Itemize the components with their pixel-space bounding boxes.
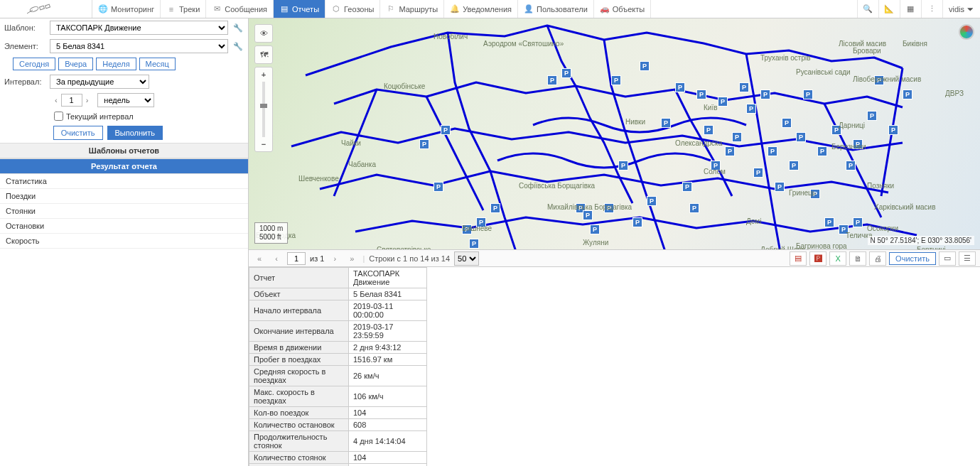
user-menu[interactable]: vidis ⏷ [942,0,980,18]
interval-increment[interactable]: › [84,96,91,104]
stat-key: Кол-во поездок [249,406,349,418]
nav-users[interactable]: 👤Пользователи [518,0,594,18]
routes-icon: ⚐ [386,4,396,14]
result-list: СтатистикаПоездкиСтоянкиОстановкиСкорост… [0,174,248,249]
result-item[interactable]: Остановки [0,219,248,234]
export-pdf-icon[interactable]: 🅿 [809,251,826,266]
apps-icon[interactable]: ▦ [900,0,921,18]
parking-marker-icon: P [476,217,486,227]
interval-type-select[interactable]: За предыдущие [50,75,149,89]
stat-value: 5 Белая 8341 [349,288,427,300]
table-row: Пробег в поездках1516.97 км [249,353,427,365]
parking-marker-icon: P [796,132,806,142]
parking-marker-icon: P [704,125,714,135]
parking-marker-icon: P [732,132,742,142]
parking-marker-icon: P [618,161,628,170]
stat-key: Окончание интервала [249,320,349,341]
current-interval-label: Текущий интервал [66,112,134,121]
map-toggle-icon[interactable]: ▭ [939,251,956,266]
interval-count-input[interactable] [61,94,82,107]
parking-marker-icon: P [547,75,557,85]
parking-marker-icon: P [434,182,443,192]
export-file-icon[interactable]: 🗎 [849,251,866,266]
parking-marker-icon: P [490,203,500,213]
stat-key: Макс. скорость в поездках [249,386,349,406]
period-buttons: СегодняВчераНеделяМесяц [0,55,248,72]
report-clear-button[interactable]: Очистить [889,252,936,265]
templates-section-head[interactable]: Шаблоны отчетов [0,143,248,158]
nav-reports[interactable]: ▤Отчеты [274,0,325,18]
stat-key: Начало интервала [249,300,349,320]
stat-value: ТАКСОПАРК Движение [349,267,427,288]
period-Месяц[interactable]: Месяц [139,58,176,70]
route-tracks [249,18,980,250]
page-prev-button[interactable]: ‹ [270,252,283,265]
list-toggle-icon[interactable]: ☰ [959,251,976,266]
period-Неделя[interactable]: Неделя [96,58,136,70]
zoom-out-button[interactable]: − [262,140,266,148]
export-excel-icon[interactable]: X [829,251,846,266]
page-input[interactable] [287,252,306,265]
logo [0,0,92,18]
nav-tracks[interactable]: ≡Треки [161,0,206,18]
template-settings-icon[interactable]: 🔧 [232,23,244,33]
parking-marker-icon: P [419,139,429,149]
map-provider-logo [959,24,974,40]
nav-objects[interactable]: 🚗Объекты [594,0,651,18]
execute-button[interactable]: Выполнить [107,126,163,140]
nav-geozones[interactable]: ⬡Геозоны [325,0,380,18]
ruler-icon[interactable]: 📐 [878,0,900,18]
element-settings-icon[interactable]: 🔧 [232,42,244,51]
stat-value: 1032.66 км [349,463,427,466]
result-item[interactable]: Стоянки [0,204,248,219]
result-section-head[interactable]: Результат отчета [0,158,248,174]
parking-marker-icon: P [775,182,785,192]
period-Вчера[interactable]: Вчера [58,58,93,70]
clear-button[interactable]: Очистить [53,126,103,140]
table-row: Окончание интервала2019-03-17 23:59:59 [249,320,427,341]
export-html-icon[interactable]: ▤ [790,251,807,266]
stat-value: 106 км/ч [349,386,427,406]
interval-decrement[interactable]: ‹ [53,96,60,104]
table-row: Средняя скорость в поездках26 км/ч [249,365,427,386]
parking-marker-icon: P [718,97,728,107]
parking-marker-icon: P [561,68,571,78]
nav-notifications[interactable]: 🔔Уведомления [444,0,518,18]
table-row: Время в движении2 дня 9:43:12 [249,341,427,353]
stat-value: 608 [349,418,427,430]
result-item[interactable]: Скорость [0,234,248,249]
map[interactable]: PPPPPPPPPPPPPPPPPPPPPPPPPPPPPPPPPPPPPPPP… [249,18,980,250]
current-interval-checkbox[interactable] [54,112,63,121]
stat-key: Объект [249,288,349,300]
map-eye-button[interactable]: 👁 [254,24,273,43]
map-layers-button[interactable]: 🗺 [254,45,273,64]
template-select[interactable]: ТАКСОПАРК Движение [50,21,228,35]
parking-marker-icon: P [661,118,671,128]
more-icon[interactable]: ⋮ [921,0,942,18]
nav-routes[interactable]: ⚐Маршруты [380,0,444,18]
parking-marker-icon: P [839,224,849,234]
zoom-slider[interactable]: + − [254,67,273,152]
print-icon[interactable]: 🖨 [869,251,886,266]
nav-globe[interactable]: 🌐Мониторинг [92,0,161,18]
period-Сегодня[interactable]: Сегодня [13,58,55,70]
result-item[interactable]: Статистика [0,174,248,189]
page-last-button[interactable]: » [345,252,358,265]
search-icon[interactable]: 🔍 [857,0,878,18]
nav-messages[interactable]: ✉Сообщения [206,0,274,18]
parking-marker-icon: P [632,217,642,227]
result-item[interactable]: Поездки [0,189,248,204]
element-select[interactable]: 5 Белая 8341 [50,39,228,53]
main-nav: 🌐Мониторинг≡Треки✉Сообщения▤Отчеты⬡Геозо… [92,0,651,18]
user-name: vidis [949,5,964,13]
zoom-in-button[interactable]: + [262,70,266,79]
parking-marker-icon: P [725,146,735,156]
page-size-select[interactable]: 50 [454,251,479,266]
right-panel: PPPPPPPPPPPPPPPPPPPPPPPPPPPPPPPPPPPPPPPP… [249,18,980,466]
page-first-button[interactable]: « [253,252,266,265]
report-table: ОтчетТАКСОПАРК ДвижениеОбъект5 Белая 834… [249,267,427,466]
parking-marker-icon: P [441,125,451,135]
parking-marker-icon: P [711,161,721,170]
interval-unit-select[interactable]: недель [97,93,154,107]
page-next-button[interactable]: › [328,252,341,265]
